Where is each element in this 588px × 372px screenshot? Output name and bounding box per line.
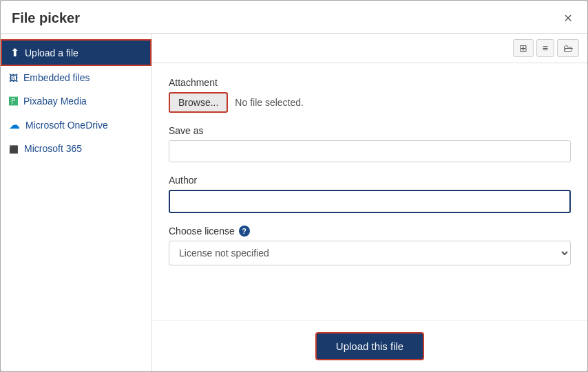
file-picker-dialog: File picker × Upload a file Embedded fil… bbox=[0, 0, 588, 372]
list-icon: ≡ bbox=[543, 43, 548, 54]
sidebar-item-onedrive-label: Microsoft OneDrive bbox=[25, 120, 108, 131]
m365-icon bbox=[9, 142, 19, 155]
sidebar-item-m365[interactable]: Microsoft 365 bbox=[1, 137, 151, 160]
folder-view-button[interactable]: 🗁 bbox=[557, 39, 579, 57]
dialog-footer: Upload this file bbox=[152, 320, 587, 371]
sidebar-item-embedded[interactable]: Embedded files bbox=[1, 66, 151, 89]
grid-view-button[interactable]: ⊞ bbox=[513, 39, 534, 57]
sidebar-item-embedded-label: Embedded files bbox=[23, 72, 90, 83]
license-group: Choose license ? License not specified A… bbox=[169, 226, 571, 265]
list-view-button[interactable]: ≡ bbox=[536, 39, 554, 57]
author-input[interactable] bbox=[169, 190, 571, 213]
onedrive-icon bbox=[9, 118, 20, 131]
sidebar: Upload a file Embedded files Pixabay Med… bbox=[1, 34, 152, 371]
attachment-label: Attachment bbox=[169, 77, 571, 88]
sidebar-item-pixabay-label: Pixabay Media bbox=[23, 96, 87, 107]
sidebar-item-upload[interactable]: Upload a file bbox=[1, 39, 151, 66]
pixabay-icon bbox=[9, 95, 18, 107]
form-area: Attachment Browse... No file selected. S… bbox=[152, 63, 587, 320]
upload-icon bbox=[10, 46, 19, 59]
author-group: Author bbox=[169, 175, 571, 213]
toolbar: ⊞ ≡ 🗁 bbox=[152, 34, 587, 63]
upload-this-file-button[interactable]: Upload this file bbox=[315, 332, 424, 360]
save-as-label: Save as bbox=[169, 125, 571, 136]
license-label: Choose license bbox=[169, 226, 235, 237]
sidebar-item-upload-label: Upload a file bbox=[25, 47, 78, 58]
dialog-header: File picker × bbox=[1, 1, 587, 34]
browse-button[interactable]: Browse... bbox=[169, 92, 228, 113]
no-file-text: No file selected. bbox=[235, 97, 304, 108]
attachment-group: Attachment Browse... No file selected. bbox=[169, 77, 571, 113]
grid-icon: ⊞ bbox=[519, 43, 527, 54]
sidebar-item-onedrive[interactable]: Microsoft OneDrive bbox=[1, 113, 151, 137]
license-label-row: Choose license ? bbox=[169, 226, 571, 237]
folder-icon: 🗁 bbox=[563, 43, 573, 54]
author-label: Author bbox=[169, 175, 571, 186]
main-content: ⊞ ≡ 🗁 Attachment Browse... No file selec… bbox=[152, 34, 587, 371]
sidebar-item-pixabay[interactable]: Pixabay Media bbox=[1, 89, 151, 113]
dialog-title: File picker bbox=[12, 10, 80, 26]
dialog-body: Upload a file Embedded files Pixabay Med… bbox=[1, 34, 587, 371]
save-as-group: Save as bbox=[169, 125, 571, 162]
license-select[interactable]: License not specified All rights reserve… bbox=[169, 241, 571, 265]
license-help-icon[interactable]: ? bbox=[239, 226, 250, 237]
attachment-row: Browse... No file selected. bbox=[169, 92, 571, 113]
close-button[interactable]: × bbox=[560, 9, 576, 28]
sidebar-item-m365-label: Microsoft 365 bbox=[24, 143, 82, 154]
embedded-icon bbox=[9, 72, 18, 84]
save-as-input[interactable] bbox=[169, 140, 571, 162]
